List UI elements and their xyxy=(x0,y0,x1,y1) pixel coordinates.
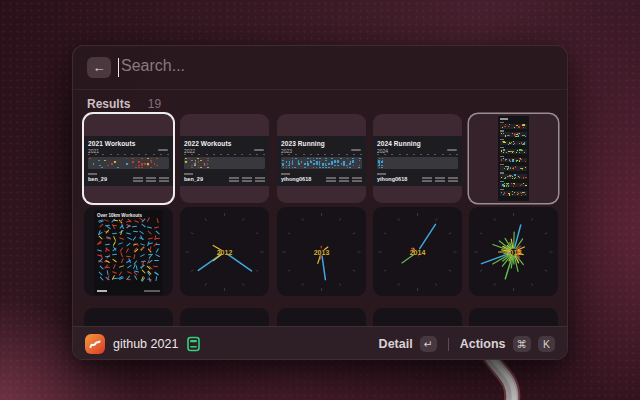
radial-year-chart: 2013 xyxy=(277,207,366,296)
poster-footer: yihong0618 xyxy=(377,173,458,182)
text-cursor xyxy=(118,58,119,77)
poster-footer xyxy=(97,290,160,292)
result-card-2022-workouts[interactable]: 2022 Workouts 2022 ben_29 xyxy=(180,114,269,203)
back-button[interactable]: ← xyxy=(87,57,111,78)
heatmap-strip xyxy=(184,157,265,169)
poster-stats xyxy=(422,177,458,182)
svg-text:2013: 2013 xyxy=(314,249,330,256)
command-key-badge: ⌘ xyxy=(513,336,532,352)
poster-title: 2024 Running xyxy=(377,140,458,147)
poster-thumbnail: 2023 Running 2023 yihong0618 xyxy=(277,136,366,186)
result-card-2021-workouts[interactable]: 2021 Workouts 2021 ben_29 xyxy=(84,114,173,203)
extension-icon xyxy=(85,334,105,354)
poster-distance-text xyxy=(254,149,264,151)
heatmap-strip xyxy=(88,157,169,169)
back-arrow-icon: ← xyxy=(93,60,106,75)
multi-year-poster-thumbnail xyxy=(498,116,529,201)
month-ticks xyxy=(281,154,362,156)
poster-title: 2021 Workouts xyxy=(88,140,169,147)
poster-title: 2022 Workouts xyxy=(184,140,265,147)
radial-year-chart: 2012 xyxy=(180,207,269,296)
heatmap-strip xyxy=(377,157,458,169)
radial-year-chart: 2015 xyxy=(469,207,558,296)
running-route-icon xyxy=(88,337,102,351)
divider xyxy=(73,89,567,90)
svg-text:2015: 2015 xyxy=(506,249,522,256)
result-card-2023-running[interactable]: 2023 Running 2023 yihong0618 xyxy=(277,114,366,203)
desktop-background: ← Search... Results 19 2021 Workouts 202… xyxy=(0,0,640,400)
detail-action-label[interactable]: Detail xyxy=(379,337,413,351)
search-bar: ← Search... xyxy=(73,46,567,89)
heatmap-strip xyxy=(281,157,362,169)
results-header: Results 19 xyxy=(87,97,161,111)
poster-stats xyxy=(229,177,265,182)
result-card-year-2013[interactable]: 2013 xyxy=(277,207,366,296)
radial-year-chart: 2014 xyxy=(373,207,462,296)
result-card-2024-running[interactable]: 2024 Running 2024 yihong0618 xyxy=(373,114,462,203)
result-card-year-2015[interactable]: 2015 xyxy=(469,207,558,296)
actions-menu-label[interactable]: Actions xyxy=(460,337,506,351)
poster-thumbnail: 2022 Workouts 2022 ben_29 xyxy=(180,136,269,186)
poster-distance-text xyxy=(351,149,361,151)
route-squiggles xyxy=(97,219,160,284)
poster-footer: yihong0618 xyxy=(281,173,362,182)
poster-distance-text xyxy=(447,149,457,151)
enter-key-badge: ↵ xyxy=(420,336,437,352)
results-count: 19 xyxy=(148,97,161,111)
result-card-over-10km-workouts[interactable]: Over 10km Workouts xyxy=(84,207,173,296)
search-input[interactable]: Search... xyxy=(121,57,185,75)
svg-text:2014: 2014 xyxy=(410,249,426,256)
poster-thumbnail: 2021 Workouts 2021 ben_29 xyxy=(84,136,173,186)
card-view-icon xyxy=(187,336,200,352)
poster-username: ben_29 xyxy=(88,176,107,182)
poster-footer: ben_29 xyxy=(88,173,169,182)
footer-divider xyxy=(448,338,449,351)
results-label: Results xyxy=(87,97,130,111)
result-card-year-2014[interactable]: 2014 xyxy=(373,207,462,296)
poster-thumbnail: 2024 Running 2024 yihong0618 xyxy=(373,136,462,186)
poster-footer: ben_29 xyxy=(184,173,265,182)
launcher-window: ← Search... Results 19 2021 Workouts 202… xyxy=(72,45,568,360)
poster-username: yihong0618 xyxy=(377,176,407,182)
svg-text:2012: 2012 xyxy=(217,249,233,256)
poster-title: Over 10km Workouts xyxy=(97,213,160,218)
poster-username: yihong0618 xyxy=(281,176,311,182)
month-ticks xyxy=(88,154,169,156)
poster-stats xyxy=(326,177,362,182)
poster-username: ben_29 xyxy=(184,176,203,182)
routes-poster-thumbnail: Over 10km Workouts xyxy=(94,210,163,295)
month-ticks xyxy=(377,154,458,156)
poster-title: 2023 Running xyxy=(281,140,362,147)
poster-distance-text xyxy=(158,149,168,151)
result-card-multi-year-poster[interactable] xyxy=(469,114,558,203)
k-key-badge: K xyxy=(538,336,555,352)
extension-name: github 2021 xyxy=(113,337,178,351)
month-ticks xyxy=(184,154,265,156)
result-card-year-2012[interactable]: 2012 xyxy=(180,207,269,296)
action-bar: github 2021 Detail ↵ Actions ⌘ K xyxy=(73,326,567,360)
poster-stats xyxy=(133,177,169,182)
